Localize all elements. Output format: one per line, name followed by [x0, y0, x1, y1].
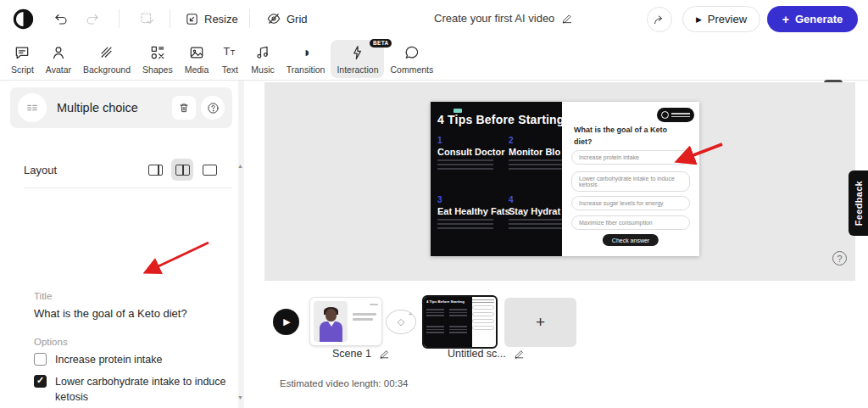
tab-interaction[interactable]: Interaction BETA	[331, 40, 384, 78]
scene-2-label[interactable]: Untitled sc...	[448, 348, 525, 360]
quiz-option[interactable]: Maximize fiber consumption	[571, 215, 690, 230]
document-title[interactable]: Create your first AI video	[434, 12, 573, 25]
save-status-icon[interactable]	[134, 6, 159, 31]
grid-label: Grid	[287, 13, 308, 25]
panel-header: Multiple choice	[10, 87, 232, 128]
tip-body-placeholder	[509, 219, 562, 230]
options-label: Options	[34, 337, 68, 347]
top-toolbar: Resize Grid Create your first AI video ▶…	[0, 0, 868, 37]
plus-icon: +	[782, 13, 789, 26]
text-icon: TT	[220, 43, 239, 62]
slide-tip: 1 Consult Doctor	[437, 136, 505, 170]
avatar-icon	[50, 43, 67, 62]
tab-avatar[interactable]: Avatar	[40, 40, 77, 78]
slide-tip: 2 Monitor Blo	[509, 136, 562, 170]
plus-icon: +	[536, 313, 545, 332]
tip-body-placeholder	[509, 159, 562, 170]
checkbox[interactable]	[34, 353, 47, 366]
estimated-length-text: Estimated video length: 00:34	[280, 378, 409, 388]
play-icon: ▶	[696, 15, 702, 24]
check-answer-button[interactable]: Check answer	[603, 234, 659, 246]
tab-transition[interactable]: ◑ Transition	[281, 40, 331, 78]
scroll-down-icon[interactable]: ▼	[237, 394, 243, 400]
transition-icon: ◑	[302, 43, 310, 62]
share-button[interactable]	[647, 7, 672, 32]
comments-icon	[403, 43, 420, 62]
video-preview[interactable]: 4 Tips Before Starting 1 Consult Doctor …	[431, 102, 699, 256]
panel-scrollbar[interactable]	[238, 81, 244, 408]
scene-1-label[interactable]: Scene 1	[332, 348, 390, 360]
play-icon: ▶	[283, 316, 290, 327]
delete-interaction-button[interactable]	[172, 96, 196, 120]
app-window: Resize Grid Create your first AI video ▶…	[0, 0, 868, 408]
transition-diamond-icon: ◇	[398, 316, 404, 327]
quiz-panel: What is the goal of a Keto diet? Increas…	[562, 102, 699, 256]
option-row[interactable]: Increase protein intake	[34, 352, 233, 367]
app-logo-icon[interactable]	[12, 8, 35, 31]
multiple-choice-icon	[18, 93, 47, 122]
trash-icon	[178, 102, 190, 114]
edit-scene-icon[interactable]	[514, 349, 525, 360]
edit-scene-icon[interactable]	[379, 349, 390, 360]
edit-title-icon[interactable]	[561, 13, 573, 25]
quiz-option[interactable]: Increase sugar levels for energy	[571, 196, 690, 210]
tab-background[interactable]: Background	[77, 40, 136, 78]
help-button[interactable]	[201, 96, 225, 120]
brand-logo-pill	[657, 108, 694, 122]
tab-shapes[interactable]: Shapes	[136, 40, 179, 78]
grid-toggle-button[interactable]: Grid	[261, 6, 313, 31]
question-title-field[interactable]: What is the goal of a Keto diet?	[34, 307, 187, 320]
resize-button[interactable]: Resize	[180, 6, 243, 31]
scroll-up-icon[interactable]: ▲	[237, 163, 243, 169]
avatar-thumbnail	[314, 301, 348, 342]
mini-slide: 4 Tips Before Starting	[424, 297, 472, 347]
slide-heading: 4 Tips Before Starting	[437, 113, 562, 126]
scene-2-thumbnail-selected[interactable]: 4 Tips Before Starting	[422, 295, 498, 349]
layout-option-right-panel[interactable]	[144, 159, 166, 181]
add-transition-button[interactable]: ◇ +	[386, 310, 416, 334]
scene-1-thumbnail[interactable]	[309, 297, 382, 346]
panel-title: Multiple choice	[57, 101, 167, 115]
slide-content: 4 Tips Before Starting 1 Consult Doctor …	[431, 102, 562, 256]
slide-tip: 3 Eat Healthy Fats	[437, 195, 505, 230]
quiz-option[interactable]: Lower carbohydrate intake to induce keto…	[571, 171, 690, 192]
tab-media[interactable]: Media	[179, 40, 215, 78]
add-scene-button[interactable]: +	[504, 298, 576, 347]
music-icon	[254, 43, 271, 62]
feedback-tab[interactable]: Feedback	[849, 170, 868, 236]
toolbar-divider	[170, 9, 170, 28]
layout-option-full[interactable]	[198, 159, 220, 181]
layout-label: Layout	[24, 164, 144, 176]
toolbar-divider	[119, 9, 120, 28]
brand-logo-icon	[661, 111, 669, 119]
tab-music[interactable]: Music	[245, 40, 280, 78]
interaction-settings-panel: Multiple choice Layout Title What is the…	[0, 81, 246, 408]
tip-body-placeholder	[437, 219, 493, 230]
toolbar-divider	[249, 9, 250, 28]
shapes-icon	[149, 43, 166, 62]
canvas-help-button[interactable]: ?	[832, 251, 847, 265]
quiz-question: What is the goal of a Keto diet?	[574, 125, 674, 148]
quiz-option[interactable]: Increase protein intake	[571, 150, 690, 165]
resize-label: Resize	[204, 13, 238, 25]
tab-text[interactable]: TT Text	[214, 40, 245, 78]
tab-comments[interactable]: Comments	[384, 40, 439, 78]
checkbox[interactable]	[34, 375, 47, 388]
divider	[24, 187, 232, 188]
undo-button[interactable]	[48, 6, 74, 31]
mini-quiz	[472, 299, 494, 333]
option-row[interactable]: Lower carbohydrate intake to induce keto…	[34, 374, 233, 405]
tip-body-placeholder	[437, 159, 493, 170]
editor-ribbon: Script Avatar Background Shapes Media TT…	[0, 37, 868, 81]
question-icon	[207, 102, 220, 115]
svg-text:T: T	[224, 46, 231, 58]
tab-script[interactable]: Script	[5, 40, 40, 78]
generate-button[interactable]: + Generate	[767, 6, 858, 32]
preview-button[interactable]: ▶ Preview	[682, 6, 760, 32]
interaction-icon	[349, 43, 366, 62]
layout-option-split[interactable]	[171, 159, 193, 181]
script-icon	[14, 43, 31, 62]
redo-button[interactable]	[80, 6, 105, 31]
background-icon	[98, 43, 115, 62]
timeline-play-button[interactable]: ▶	[273, 309, 299, 335]
